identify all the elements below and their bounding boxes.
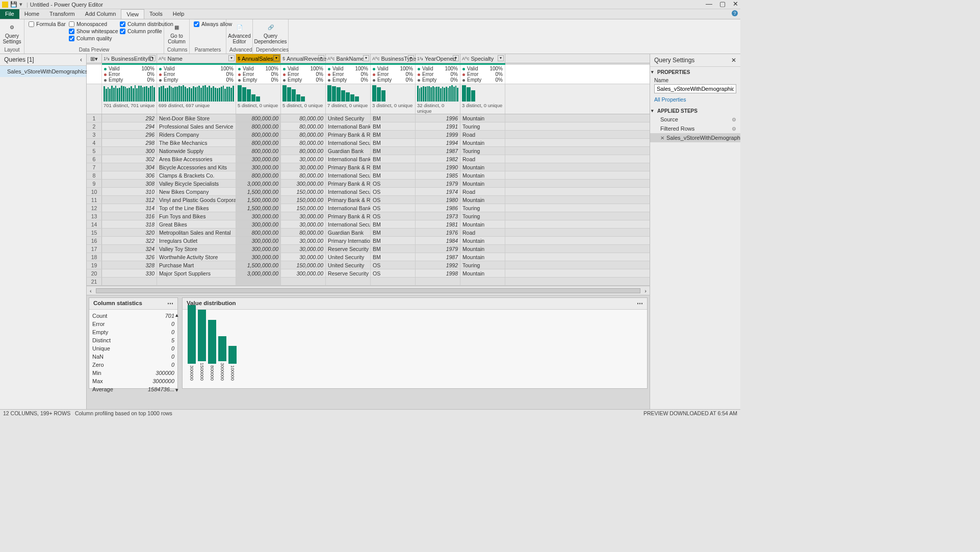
row-number[interactable]: 5 <box>87 147 102 155</box>
scroll-left-icon[interactable]: ‹ <box>90 288 92 294</box>
monospaced-checkbox[interactable]: Monospaced <box>68 20 118 28</box>
all-properties-link[interactable]: All Properties <box>654 96 736 103</box>
table-row[interactable]: 9308Valley Bicycle Specialists3,000,000.… <box>87 180 650 188</box>
column-header-as[interactable]: $AnnualSales▾ <box>236 54 281 63</box>
column-header-name[interactable]: AᴮcName▾ <box>157 54 236 63</box>
row-number[interactable]: 4 <box>87 139 102 146</box>
goto-column-button[interactable]: ▦ Go to Column <box>167 20 186 45</box>
gear-icon[interactable]: ⚙ <box>732 126 736 132</box>
query-name-input[interactable] <box>654 84 736 93</box>
horizontal-scrollbar[interactable]: ‹ › <box>87 286 650 295</box>
column-distribution-checkbox[interactable]: Column distribution <box>119 20 161 28</box>
table-row[interactable]: 10310New Bikes Company1,500,000.00150,00… <box>87 188 650 196</box>
table-row[interactable]: 3296Riders Company800,000.0080,000.00Pri… <box>87 131 650 139</box>
table-row[interactable]: 12314Top of the Line Bikes1,500,000.0015… <box>87 204 650 212</box>
table-row[interactable]: 2294Professional Sales and Service800,00… <box>87 122 650 131</box>
applied-step[interactable]: ✕Sales_vStoreWithDemographics <box>650 133 740 142</box>
row-number[interactable]: 9 <box>87 180 102 187</box>
table-row[interactable]: 20330Major Sport Suppliers3,000,000.0030… <box>87 269 650 278</box>
row-number[interactable]: 15 <box>87 229 102 236</box>
column-quality-checkbox[interactable]: Column quality <box>68 35 118 42</box>
table-row[interactable]: 6302Area Bike Accessories300,000.0030,00… <box>87 155 650 163</box>
row-number[interactable]: 12 <box>87 204 102 212</box>
menu-transform[interactable]: Transform <box>44 9 80 19</box>
filter-dropdown-icon[interactable]: ▾ <box>149 55 156 61</box>
qat-dropdown-icon[interactable]: ▾ <box>19 1 22 8</box>
query-dependencies-button[interactable]: 🔗 Query Dependencies <box>256 20 285 45</box>
menu-addcolumn[interactable]: Add Column <box>80 9 121 19</box>
table-icon-header[interactable]: ⊞▾ <box>87 54 102 63</box>
applied-step[interactable]: Filtered Rows⚙ <box>650 124 740 133</box>
scroll-right-icon[interactable]: › <box>644 288 647 294</box>
row-number[interactable]: 20 <box>87 269 102 277</box>
table-row[interactable]: 5300Nationwide Supply800,000.0080,000.00… <box>87 147 650 155</box>
menu-file[interactable]: File <box>0 9 19 19</box>
column-header-bt[interactable]: AᴮcBusinessType▾ <box>371 54 416 63</box>
filter-dropdown-icon[interactable]: ▾ <box>273 55 279 61</box>
row-number[interactable]: 6 <box>87 155 102 163</box>
menu-view[interactable]: View <box>121 9 144 19</box>
scroll-down-icon[interactable]: ▾ <box>175 387 178 393</box>
column-header-sp[interactable]: AᴮcSpecialty▾ <box>460 54 505 63</box>
formula-bar-checkbox[interactable]: Formula Bar <box>28 20 67 28</box>
column-header-be[interactable]: 1²₃BusinessEntityID▾ <box>102 54 157 63</box>
menu-home[interactable]: Home <box>19 9 44 19</box>
table-row[interactable]: 1292Next-Door Bike Store800,000.0080,000… <box>87 114 650 122</box>
row-number[interactable]: 2 <box>87 122 102 130</box>
help-icon[interactable]: ? <box>732 10 738 16</box>
table-row[interactable]: 19328Purchase Mart1,500,000.00150,000.00… <box>87 261 650 269</box>
gear-icon[interactable]: ⚙ <box>732 117 736 122</box>
filter-dropdown-icon[interactable]: ▾ <box>453 55 459 61</box>
always-allow-checkbox[interactable]: Always allow <box>193 20 223 28</box>
row-number[interactable]: 14 <box>87 220 102 228</box>
column-profile-checkbox[interactable]: Column profile <box>119 28 161 35</box>
table-row[interactable]: 16322Irregulars Outlet300,000.0030,000.0… <box>87 237 650 245</box>
collapse-queries-icon[interactable]: ‹ <box>80 56 82 63</box>
table-row[interactable]: 15320Metropolitan Sales and Rental800,00… <box>87 229 650 237</box>
table-row[interactable]: 14318Great Bikes300,000.0030,000.00Inter… <box>87 220 650 229</box>
row-number[interactable]: 19 <box>87 261 102 269</box>
row-number[interactable]: 13 <box>87 212 102 220</box>
row-number[interactable]: 17 <box>87 245 102 253</box>
query-settings-button[interactable]: ⚙ Query Settings <box>3 20 21 45</box>
scroll-up-icon[interactable]: ▴ <box>175 312 178 318</box>
menu-tools[interactable]: Tools <box>144 9 168 19</box>
row-number[interactable]: 3 <box>87 131 102 138</box>
applied-step[interactable]: Source⚙ <box>650 115 740 124</box>
filter-dropdown-icon[interactable]: ▾ <box>363 55 369 61</box>
row-number[interactable]: 8 <box>87 171 102 179</box>
filter-dropdown-icon[interactable]: ▾ <box>318 55 324 61</box>
save-icon[interactable]: 💾 <box>10 1 17 8</box>
table-row[interactable]: 21 <box>87 278 650 286</box>
query-item[interactable]: Sales_vStoreWithDemographics <box>0 66 86 77</box>
properties-section-header[interactable]: PROPERTIES <box>650 67 740 76</box>
panel-menu-icon[interactable]: ⋯ <box>167 300 173 307</box>
show-whitespace-checkbox[interactable]: Show whitespace <box>68 28 118 35</box>
row-number[interactable]: 21 <box>87 278 102 285</box>
column-header-bank[interactable]: AᴮcBankName▾ <box>326 54 371 63</box>
filter-dropdown-icon[interactable]: ▾ <box>228 55 235 61</box>
table-row[interactable]: 13316Fun Toys and Bikes300,000.0030,000.… <box>87 212 650 220</box>
column-header-ar[interactable]: $AnnualRevenue▾ <box>281 54 326 63</box>
close-settings-icon[interactable]: ✕ <box>731 57 736 64</box>
advanced-editor-button[interactable]: 📄 Advanced Editor <box>229 20 249 45</box>
status-profiling[interactable]: Column profiling based on top 1000 rows <box>75 410 172 416</box>
row-number[interactable]: 10 <box>87 188 102 195</box>
maximize-button[interactable]: ▢ <box>719 0 726 8</box>
delete-step-icon[interactable]: ✕ <box>660 135 664 141</box>
row-number[interactable]: 1 <box>87 114 102 122</box>
panel-menu-icon[interactable]: ⋯ <box>637 300 643 307</box>
menu-help[interactable]: Help <box>168 9 190 19</box>
column-header-year[interactable]: 1²₃YearOpened▾ <box>416 54 460 63</box>
table-row[interactable]: 8306Clamps & Brackets Co.800,000.0080,00… <box>87 171 650 180</box>
minimize-button[interactable]: — <box>706 0 712 8</box>
table-row[interactable]: 4298The Bike Mechanics800,000.0080,000.0… <box>87 139 650 147</box>
row-number[interactable]: 16 <box>87 237 102 244</box>
table-row[interactable]: 18326Worthwhile Activity Store300,000.00… <box>87 253 650 261</box>
row-number[interactable]: 7 <box>87 163 102 171</box>
filter-dropdown-icon[interactable]: ▾ <box>498 55 504 61</box>
close-button[interactable]: ✕ <box>733 0 738 8</box>
table-row[interactable]: 7304Bicycle Accessories and Kits300,000.… <box>87 163 650 171</box>
applied-steps-header[interactable]: APPLIED STEPS <box>650 106 740 115</box>
row-number[interactable]: 11 <box>87 196 102 204</box>
